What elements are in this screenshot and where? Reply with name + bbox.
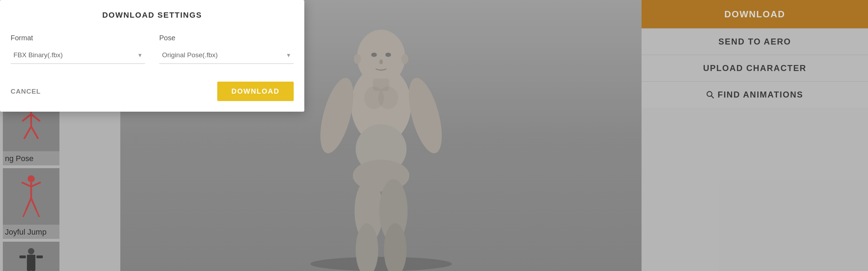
modal-overlay: DOWNLOAD SETTINGS Format FBX Binary(.fbx… (0, 0, 868, 271)
main-container: ng Pose Joyful Jump (0, 0, 868, 271)
pose-label: Pose (159, 34, 294, 42)
modal-download-button[interactable]: DOWNLOAD (217, 82, 294, 101)
format-field-group: Format FBX Binary(.fbx) FBX ASCII(.fbx) … (11, 34, 145, 64)
modal-fields: Format FBX Binary(.fbx) FBX ASCII(.fbx) … (11, 34, 294, 64)
cancel-button[interactable]: CANCEL (11, 88, 41, 95)
pose-select[interactable]: Original Pose(.fbx) T-Pose(.fbx) A-Pose(… (159, 46, 294, 64)
format-select[interactable]: FBX Binary(.fbx) FBX ASCII(.fbx) GLB(.gl… (11, 46, 145, 64)
download-settings-modal: DOWNLOAD SETTINGS Format FBX Binary(.fbx… (0, 0, 304, 112)
pose-select-wrapper: Original Pose(.fbx) T-Pose(.fbx) A-Pose(… (159, 46, 294, 64)
pose-field-group: Pose Original Pose(.fbx) T-Pose(.fbx) A-… (159, 34, 294, 64)
modal-title: DOWNLOAD SETTINGS (11, 11, 294, 20)
format-select-wrapper: FBX Binary(.fbx) FBX ASCII(.fbx) GLB(.gl… (11, 46, 145, 64)
modal-actions: CANCEL DOWNLOAD (11, 82, 294, 101)
format-label: Format (11, 34, 145, 42)
